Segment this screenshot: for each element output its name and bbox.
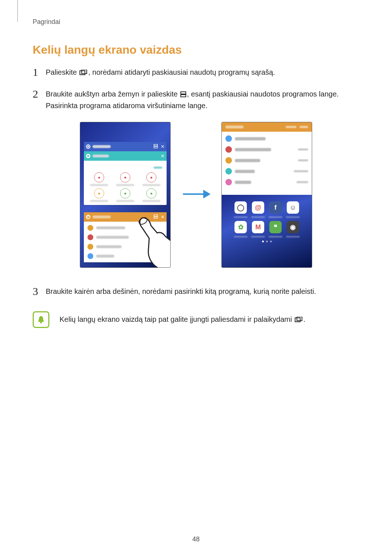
settings-item-icon: ● xyxy=(94,172,104,182)
file-meta xyxy=(298,148,308,151)
files-app-icon: ▣ xyxy=(86,215,90,219)
file-meta xyxy=(298,159,308,161)
step-text-pre: Palieskite xyxy=(46,68,79,76)
file-meta xyxy=(294,170,308,172)
card-header-internet: ✕ xyxy=(84,142,167,151)
file-label xyxy=(96,226,125,229)
step-2: 2 Braukite aukštyn arba žemyn ir paliesk… xyxy=(33,89,359,111)
recent-apps-icon xyxy=(79,67,87,78)
file-row xyxy=(222,144,312,155)
file-type-icon xyxy=(225,157,232,164)
gmail-icon: M xyxy=(252,221,264,233)
file-type-icon xyxy=(225,135,232,142)
page-heading: Kelių langų ekrano vaizdas xyxy=(33,43,359,57)
recent-apps-icon xyxy=(295,314,303,326)
note-text-pre: Kelių langų ekrano vaizdą taip pat galit… xyxy=(60,315,294,323)
split-icon xyxy=(154,143,158,150)
file-label xyxy=(235,159,260,162)
svg-marker-11 xyxy=(203,190,211,198)
chrome-icon: ◯ xyxy=(234,201,247,214)
split-window-icon xyxy=(180,89,186,100)
settings-app-icon: ✱ xyxy=(86,154,90,158)
search-label xyxy=(286,126,297,128)
settings-item-label xyxy=(142,184,160,186)
svg-rect-1 xyxy=(82,70,87,74)
settings-grid-item: ● xyxy=(112,172,138,186)
step-number: 1 xyxy=(33,67,46,78)
step-text-post: , norėdami atidaryti paskiausiai naudotų… xyxy=(88,68,275,76)
email-icon: @ xyxy=(252,201,264,214)
smile-icon: ☺ xyxy=(287,201,299,214)
file-meta xyxy=(297,181,308,183)
settings-label xyxy=(93,155,109,157)
settings-grid-item: ● xyxy=(86,172,112,186)
file-label xyxy=(96,245,122,248)
file-type-icon xyxy=(87,225,93,231)
file-type-icon xyxy=(225,146,232,153)
settings-item-label xyxy=(142,200,160,202)
svg-point-4 xyxy=(87,145,89,148)
breadcrumb: Pagrindai xyxy=(33,18,359,26)
file-row xyxy=(222,177,312,188)
file-row xyxy=(222,166,312,177)
settings-grid-item: ● xyxy=(86,188,112,202)
file-row xyxy=(222,155,312,166)
close-icon: ✕ xyxy=(161,144,164,149)
edit-label xyxy=(154,167,162,169)
more-label xyxy=(299,126,308,128)
settings-item-label xyxy=(116,200,134,202)
svg-rect-0 xyxy=(80,71,85,75)
file-label xyxy=(235,170,255,173)
settings-item-icon: ● xyxy=(146,188,156,198)
file-label xyxy=(235,137,266,140)
page-dots xyxy=(222,241,312,242)
file-type-icon xyxy=(225,179,232,185)
close-icon: ✕ xyxy=(161,153,164,159)
svg-rect-3 xyxy=(181,95,186,97)
settings-item-label xyxy=(90,200,108,202)
step-number: 3 xyxy=(33,286,46,297)
svg-rect-13 xyxy=(295,318,300,322)
svg-point-12 xyxy=(40,322,42,324)
file-type-icon xyxy=(87,244,93,250)
settings-grid-item: ● xyxy=(138,188,164,202)
internet-app-icon xyxy=(86,144,90,149)
phone-screenshot-left: ✕ ✱ ✕ ●●●●●● xyxy=(80,122,171,268)
phone-screenshot-right: ◯@f☺ ✿M❝◉ xyxy=(221,122,312,268)
file-label xyxy=(96,236,129,239)
settings-grid-item: ● xyxy=(112,188,138,202)
step-number: 2 xyxy=(33,89,46,99)
instagram-icon: ◉ xyxy=(287,221,299,233)
internet-label xyxy=(93,145,111,148)
page-number: 48 xyxy=(0,535,392,543)
tap-gesture-hand-icon xyxy=(131,215,171,268)
settings-item-icon: ● xyxy=(120,188,130,198)
illustration: ✕ ✱ ✕ ●●●●●● xyxy=(33,122,359,268)
settings-grid-item: ● xyxy=(138,172,164,186)
svg-rect-5 xyxy=(154,144,158,146)
note-text-post: . xyxy=(303,315,306,323)
gallery-icon: ✿ xyxy=(234,221,247,233)
file-type-icon xyxy=(225,168,232,175)
settings-item-label xyxy=(116,184,134,186)
note-bell-icon xyxy=(33,311,49,328)
file-label xyxy=(235,148,271,151)
hangouts-icon: ❝ xyxy=(269,221,282,233)
svg-rect-6 xyxy=(154,147,158,148)
settings-item-icon: ● xyxy=(94,188,104,198)
step-1: 1 Palieskite , norėdami atidaryti paskia… xyxy=(33,67,359,78)
page-divider xyxy=(17,0,18,22)
file-row xyxy=(222,133,312,144)
card-header-settings: ✱ ✕ xyxy=(84,151,167,161)
files-label xyxy=(93,216,111,218)
step-text: Palieskite , norėdami atidaryti paskiaus… xyxy=(46,67,359,78)
files-header xyxy=(222,122,312,132)
step-3: 3 Braukite kairėn arba dešinėn, norėdami… xyxy=(33,286,359,297)
file-label xyxy=(96,255,114,258)
file-label xyxy=(235,181,251,184)
step-text-pre: Braukite aukštyn arba žemyn ir palieskit… xyxy=(46,90,180,98)
note-text: Kelių langų ekrano vaizdą taip pat galit… xyxy=(60,311,306,326)
file-type-icon xyxy=(87,234,93,240)
arrow-right-icon xyxy=(181,187,211,203)
svg-rect-14 xyxy=(297,317,302,321)
